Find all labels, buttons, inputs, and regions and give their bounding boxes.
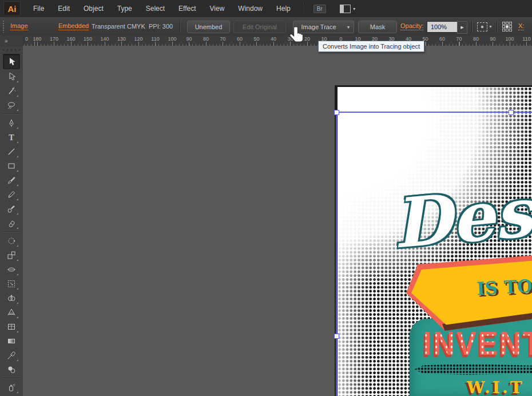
ruler-label: 90 <box>490 36 495 42</box>
ruler-label: 80 <box>473 36 479 42</box>
tools-panel-grip[interactable] <box>2 46 21 54</box>
selection-handle-left-middle[interactable] <box>334 334 339 339</box>
opacity-value-field[interactable]: 100% <box>427 21 461 33</box>
opacity-spinner-button[interactable]: ▶ <box>457 21 467 34</box>
flyout-indicator <box>17 245 18 247</box>
panel-grip <box>2 20 5 33</box>
rectangle-tool[interactable] <box>3 159 19 173</box>
eyedropper-tool-icon <box>7 351 16 360</box>
ruler-label: 100 <box>168 36 176 42</box>
line-segment-tool[interactable] <box>3 144 19 159</box>
style-icon[interactable] <box>477 22 487 31</box>
embedded-link[interactable]: Embedded <box>58 17 89 35</box>
rotate-tool-icon <box>7 236 16 245</box>
mesh-tool-icon <box>7 322 16 331</box>
svg-text:T: T <box>9 133 14 142</box>
selection-tool-icon <box>7 57 16 66</box>
chevron-down-icon: ▼ <box>347 25 351 29</box>
blend-tool[interactable] <box>3 362 19 377</box>
pen-tool[interactable] <box>3 116 19 130</box>
menu-help[interactable]: Help <box>269 0 297 17</box>
free-transform-tool[interactable] <box>3 276 19 291</box>
flyout-indicator <box>17 359 18 361</box>
menu-view[interactable]: View <box>203 0 232 17</box>
workspace-layout-icon <box>340 5 351 13</box>
ruler-label: 70 <box>220 36 225 42</box>
symbol-sprayer-tool[interactable] <box>3 380 19 394</box>
magic-wand-tool[interactable] <box>3 84 19 98</box>
eraser-tool[interactable] <box>3 216 19 230</box>
style-dropdown-arrow[interactable]: ▼ <box>489 17 493 35</box>
is-to-text: IS TO <box>476 275 532 299</box>
perspective-grid-tool-icon <box>7 308 16 317</box>
mesh-tool[interactable] <box>3 319 19 334</box>
flyout-indicator <box>17 227 18 229</box>
opacity-label[interactable]: Opacity: <box>400 17 423 35</box>
chevron-down-icon: ▼ <box>352 7 356 11</box>
placed-image-artwork[interactable]: INVENT W.I.T IS TO Design <box>338 87 532 396</box>
selection-handle-top-middle[interactable] <box>509 110 514 115</box>
line-segment-tool-icon <box>7 147 16 156</box>
unembed-button[interactable]: Unembed <box>187 21 230 33</box>
workspace-switcher[interactable]: ▼ <box>340 5 356 13</box>
blob-brush-tool[interactable] <box>3 201 19 216</box>
flyout-indicator <box>17 259 18 261</box>
type-tool-icon: T <box>7 133 16 142</box>
ruler-label: 170 <box>50 36 58 42</box>
ruler-label: 40 <box>271 36 276 42</box>
ruler-label: 100 <box>505 36 514 42</box>
ruler-label: 20 <box>304 36 310 42</box>
flyout-indicator <box>17 316 18 318</box>
mask-button[interactable]: Mask <box>358 21 397 33</box>
menu-object[interactable]: Object <box>77 0 110 17</box>
eyedropper-tool[interactable] <box>3 348 19 362</box>
illustrator-logo: Ai <box>3 1 21 16</box>
tools-panel-collapse-button[interactable]: » <box>0 35 23 46</box>
flyout-indicator <box>17 288 18 290</box>
rotate-tool[interactable] <box>3 233 19 248</box>
menu-separator <box>302 3 303 14</box>
menu-type[interactable]: Type <box>110 0 139 17</box>
tools-panel: » T <box>0 35 23 396</box>
perspective-grid-tool[interactable] <box>3 305 19 319</box>
pencil-tool[interactable] <box>3 187 19 201</box>
flyout-indicator <box>17 391 18 393</box>
direct-selection-tool-icon <box>7 72 16 81</box>
gradient-tool-icon <box>7 336 16 346</box>
image-trace-dropdown-arrow[interactable]: ▼ <box>343 21 354 33</box>
paintbrush-tool[interactable] <box>3 173 19 187</box>
selection-tool[interactable] <box>3 54 20 69</box>
menu-window[interactable]: Window <box>231 0 269 17</box>
flyout-indicator <box>17 95 18 97</box>
gradient-tool[interactable] <box>3 334 19 348</box>
bridge-button[interactable]: Br <box>313 5 326 13</box>
reference-point-grid-icon[interactable] <box>502 22 512 31</box>
panel-label-image[interactable]: Image <box>10 17 28 35</box>
menu-file[interactable]: File <box>26 0 51 17</box>
ruler-label: 140 <box>100 36 109 42</box>
horizontal-ruler[interactable]: 0180170160150140130120110100908070605040… <box>23 35 532 46</box>
ruler-label: 60 <box>439 36 445 42</box>
flyout-indicator <box>17 184 18 186</box>
width-tool[interactable] <box>3 262 19 276</box>
ruler-major-ticks <box>23 42 532 46</box>
menu-select[interactable]: Select <box>139 0 172 17</box>
rectangle-tool-icon <box>7 161 16 171</box>
selection-bounds-top <box>336 112 532 113</box>
type-tool[interactable]: T <box>3 130 19 144</box>
shape-builder-tool[interactable] <box>3 291 19 305</box>
direct-selection-tool[interactable] <box>3 69 19 84</box>
flyout-indicator <box>17 213 18 215</box>
scale-tool[interactable] <box>3 248 19 262</box>
flyout-indicator <box>17 127 18 129</box>
menu-items: FileEditObjectTypeSelectEffectViewWindow… <box>26 0 297 17</box>
lasso-tool[interactable] <box>3 98 19 112</box>
menu-edit[interactable]: Edit <box>51 0 77 17</box>
document-canvas[interactable]: INVENT W.I.T IS TO Design <box>23 46 532 396</box>
x-coordinate-label[interactable]: X: <box>518 17 524 35</box>
ruler-label: 80 <box>203 36 209 42</box>
scale-tool-icon <box>7 251 16 260</box>
control-separator <box>471 20 473 33</box>
selection-handle-top-left[interactable] <box>334 110 339 115</box>
menu-effect[interactable]: Effect <box>172 0 203 17</box>
